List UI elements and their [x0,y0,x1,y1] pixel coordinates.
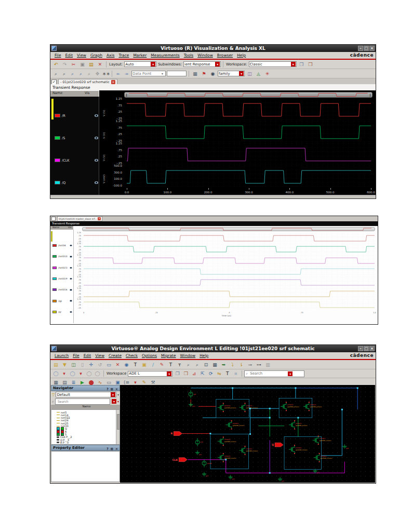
flag-icon[interactable]: ⚑ [200,70,208,77]
viz-titlebar[interactable]: Virtuoso (R) Visualization & Analysis XL… [50,45,376,52]
visibility-eye-icon[interactable] [95,137,98,139]
back-icon[interactable]: ◯ [52,370,60,377]
tab-close-icon[interactable]: × [111,80,115,84]
up-hierarchy-icon[interactable]: ➥ [220,361,228,368]
forward-drop-icon[interactable]: ▾ [77,370,85,377]
descend-icon[interactable]: ⇂ [237,361,245,368]
home-icon[interactable]: ◯ [85,370,93,377]
paste-icon[interactable]: ▤ [87,61,95,68]
zoom-y-icon[interactable]: ⌕ [77,70,85,77]
eye-icon[interactable]: ◉ [209,70,217,77]
name-column-header[interactable]: Name [50,91,83,97]
mid-tab-checkbox[interactable] [51,217,56,221]
value-field[interactable] [167,71,187,76]
mosfet-device[interactable]: pmos1vgpdk090_pmos1v [226,420,245,430]
mid-visibility-eye-icon[interactable] [70,245,72,247]
layout-combo-arrow[interactable]: ▾ [151,62,155,66]
ade-titlebar[interactable]: Virtuoso® Analog Design Environment L Ed… [50,345,376,352]
strip-chart-icon[interactable]: ◫ [246,70,254,77]
voltage-source[interactable]: vdc [189,390,196,398]
family-combo[interactable]: family ▾ [218,71,245,76]
vis-column-header[interactable]: Vis [83,91,90,97]
schematic-pin[interactable]: CLK [172,458,188,462]
next-marker-icon[interactable]: ↠ [123,70,130,77]
pin-icon[interactable]: ⊸ [246,361,254,368]
workspace-combo[interactable]: Classic ▾ [249,61,297,67]
save-icon[interactable]: ◫ [70,361,77,368]
ade-workspace-combo[interactable]: ADE L ▾ [128,371,172,377]
visibility-eye-icon[interactable] [95,114,98,117]
menu-help[interactable]: Help [235,53,248,58]
navigator-search-box[interactable] [55,398,110,405]
voltage-source[interactable]: v13 [195,438,203,446]
mid-signal-row[interactable]: /net04 [52,244,72,247]
ade-search-box[interactable]: ⌕ ▾ [244,370,304,377]
cut-icon[interactable]: ✂ [70,61,77,68]
maximize-button[interactable]: □ [364,346,369,351]
menu-view[interactable]: View [75,53,88,58]
menu-launch[interactable]: Launch [52,353,71,358]
menu-browser[interactable]: Browser [215,53,235,58]
overview-scroll-right-icon[interactable]: ❙ [369,92,371,98]
dots-icon[interactable]: ∗∗ [102,70,110,77]
menu-file[interactable]: File [71,353,82,358]
refresh-icon[interactable]: ✳ [263,70,271,77]
close-button[interactable]: × [369,346,375,351]
rotate-icon[interactable]: ↺ [96,361,104,368]
close-button[interactable]: × [369,46,375,51]
signal-row[interactable]: /CLK [55,158,98,163]
workspace-combo-arrow[interactable]: ▾ [291,62,296,66]
ruler-icon[interactable]: ⌗ [232,370,240,377]
mid-name-column-header[interactable]: Name [50,226,66,230]
label-small-icon[interactable]: т [176,361,183,368]
mosfet-device[interactable]: pmos1vgpdk090_pmos1v [218,403,236,412]
forward-icon[interactable]: ◯ [69,370,76,377]
menu-trace[interactable]: Trace [116,53,131,58]
mid-visibility-eye-icon[interactable] [70,300,72,302]
mid-visibility-eye-icon[interactable] [70,267,72,269]
menu-edit[interactable]: Edit [82,353,94,358]
mid-visibility-eye-icon[interactable] [70,311,72,313]
menu-measurements[interactable]: Measurements [149,53,181,58]
signal-row[interactable]: /Q [55,180,98,185]
property-editor-header[interactable]: Property Editor ? ⊞ × [51,445,120,451]
mosfet-device[interactable]: pmos1vgpdk090_pmos1v [303,402,322,411]
wire-name-icon[interactable]: ✎ [158,361,166,368]
schematic-pin[interactable]: R [171,432,182,436]
menu-options[interactable]: Options [140,353,159,358]
mid-visibility-eye-icon[interactable] [70,278,72,280]
maximize-button[interactable]: □ [364,46,369,51]
menu-check[interactable]: Check [124,353,140,358]
mid-signal-row[interactable]: /net023 [52,266,72,269]
ade-search-input[interactable] [249,371,287,376]
navigator-filter-arrow[interactable]: ▾ [111,392,115,397]
zoom-in-icon[interactable]: ⌕ [52,70,60,77]
pan-icon[interactable]: ✥ [94,70,101,77]
signal-row[interactable]: /S [55,136,98,141]
mid-vis-column-header[interactable]: Vis [66,226,72,230]
zoom-fit-icon[interactable]: ⌕ [85,70,93,77]
zoom-out-icon[interactable]: ⌕ [193,361,201,368]
datapoint-combo[interactable]: Data Point ▾ [131,71,166,76]
fit-window-icon[interactable]: ▦ [211,361,219,368]
filter-more-icon[interactable]: ▾ [117,393,119,396]
delete-icon[interactable]: ✕ [114,361,122,368]
mid-signal-row[interactable]: /qp [52,299,72,302]
new-workspace-icon[interactable]: ❐ [174,370,181,377]
text-edit-icon[interactable]: T [131,361,139,368]
open-icon[interactable]: ▼ [61,361,69,368]
menu-marker[interactable]: Marker [131,53,149,58]
text2-icon[interactable]: T [223,370,231,377]
subwindows-combo-arrow[interactable]: ▾ [215,62,220,66]
reload-icon[interactable]: ◯ [94,370,101,377]
mid-signal-row[interactable]: /qr [52,310,72,313]
back-drop-icon[interactable]: ▾ [60,370,68,377]
mosfet-device[interactable]: nmos1vgpdk090_nmos1v [218,453,236,462]
menu-window[interactable]: Window [178,353,198,358]
note-icon[interactable]: ▥ [264,361,272,368]
prev-marker-icon[interactable]: ↞ [114,70,122,77]
copy-icon[interactable]: ▭ [105,361,113,368]
rotate2-icon[interactable]: ⟳ [207,370,215,377]
menu-edit[interactable]: Edit [63,53,75,58]
mid-overview-scrollbar[interactable] [82,227,375,231]
